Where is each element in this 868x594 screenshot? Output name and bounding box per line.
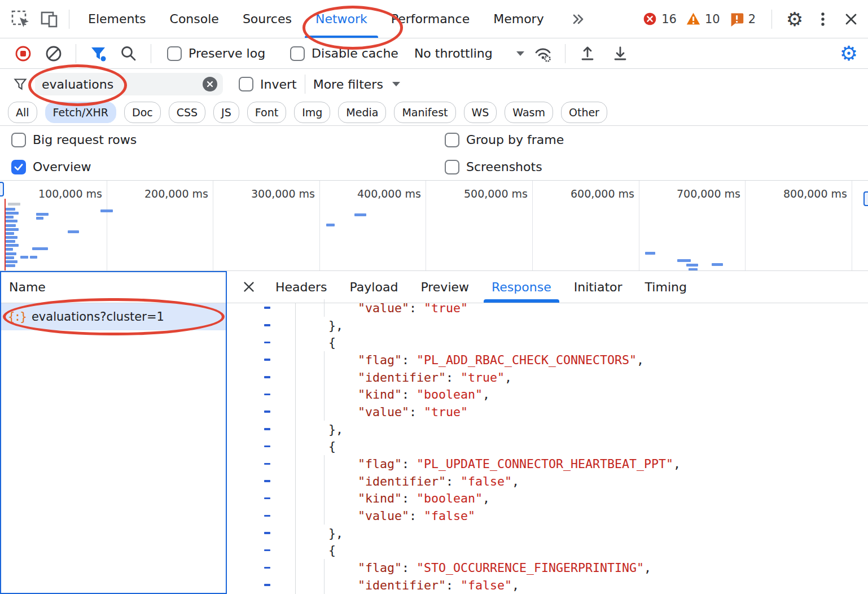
fold-marker[interactable] [264, 463, 270, 465]
group-by-frame-checkbox[interactable]: Group by frame [445, 133, 564, 147]
timeline-request-bar [6, 224, 16, 227]
type-filter-doc[interactable]: Doc [124, 102, 161, 123]
fold-marker[interactable] [264, 446, 270, 448]
timeline-request-bar [36, 217, 43, 220]
type-filter-all[interactable]: All [8, 102, 37, 123]
warning-count[interactable]: 10 [686, 11, 720, 27]
fold-marker[interactable] [264, 480, 270, 482]
overview-checkbox[interactable]: Overview [11, 160, 91, 174]
screenshots-checkbox[interactable]: Screenshots [445, 160, 542, 174]
search-icon[interactable] [113, 40, 144, 67]
network-settings-icon[interactable]: ⚙ [836, 41, 861, 66]
detail-tab-timing[interactable]: Timing [634, 271, 698, 303]
name-column-header[interactable]: Name [0, 271, 227, 303]
response-line: }, [227, 525, 868, 542]
fold-marker[interactable] [264, 376, 270, 378]
more-tabs-icon[interactable] [559, 0, 598, 38]
settings-icon[interactable]: ⚙ [782, 7, 807, 32]
network-toolbar: Preserve log Disable cache No throttling… [0, 38, 868, 69]
fold-marker[interactable] [264, 324, 270, 326]
detail-tab-payload[interactable]: Payload [339, 271, 410, 303]
response-line: { [227, 438, 868, 456]
fold-marker[interactable] [264, 342, 270, 344]
invert-checkbox[interactable]: Invert [239, 77, 297, 91]
fold-marker[interactable] [264, 532, 270, 534]
clear-filter-icon[interactable] [203, 77, 217, 91]
timeline-request-bar [6, 240, 15, 243]
close-detail-icon[interactable] [238, 274, 260, 299]
type-filter-fetchxhr[interactable]: Fetch/XHR [45, 102, 116, 123]
overview-right-handle[interactable] [863, 191, 868, 206]
clear-network-log-icon[interactable] [38, 40, 69, 67]
filter-input-value: evaluations [42, 77, 203, 91]
response-line: "kind": "boolean", [227, 490, 868, 508]
timeline-tick-label: 800,000 ms [739, 187, 847, 200]
more-filters-dropdown[interactable]: More filters [313, 77, 400, 91]
timeline-request-bar [6, 256, 14, 259]
filter-icon[interactable] [83, 40, 113, 67]
timeline-request-bar [677, 259, 691, 262]
fold-marker[interactable] [264, 410, 270, 413]
throttling-select[interactable]: No throttling [414, 46, 524, 60]
more-options-icon[interactable] [810, 7, 835, 32]
inspect-element-icon[interactable] [8, 7, 33, 32]
network-overview-timeline[interactable]: 100,000 ms200,000 ms300,000 ms400,000 ms… [0, 181, 868, 271]
response-line: "value": "true" [227, 299, 868, 317]
error-count[interactable]: 16 [642, 11, 677, 27]
response-line: "value": "true" [227, 403, 868, 421]
fold-marker[interactable] [264, 515, 270, 517]
tab-network[interactable]: Network [304, 0, 379, 38]
timeline-request-bar [712, 263, 723, 266]
timeline-tick-label: 700,000 ms [632, 187, 740, 200]
import-har-icon[interactable] [572, 40, 603, 67]
tab-console[interactable]: Console [158, 0, 231, 38]
fold-marker[interactable] [264, 394, 270, 396]
timeline-request-bar [30, 256, 37, 259]
type-filter-font[interactable]: Font [247, 102, 286, 123]
request-detail-panel: HeadersPayloadPreviewResponseInitiatorTi… [227, 271, 868, 594]
timeline-request-bar [6, 216, 14, 219]
type-filter-js[interactable]: JS [213, 102, 239, 123]
type-filter-css[interactable]: CSS [169, 102, 205, 123]
type-filter-other[interactable]: Other [561, 102, 607, 123]
type-filter-ws[interactable]: WS [464, 102, 497, 123]
network-conditions-icon[interactable] [528, 40, 558, 67]
detail-tab-initiator[interactable]: Initiator [563, 271, 634, 303]
response-line: { [227, 334, 868, 351]
fold-marker[interactable] [264, 359, 270, 361]
response-line: "identifier": "false", [227, 576, 868, 594]
type-filter-img[interactable]: Img [294, 102, 330, 123]
type-filter-manifest[interactable]: Manifest [394, 102, 455, 123]
close-devtools-icon[interactable] [839, 7, 863, 32]
timeline-gridline [852, 181, 852, 270]
preserve-log-checkbox[interactable]: Preserve log [167, 46, 265, 61]
tab-elements[interactable]: Elements [76, 0, 158, 38]
filter-input[interactable]: evaluations [35, 73, 223, 95]
disable-cache-checkbox[interactable]: Disable cache [290, 46, 398, 61]
issues-count[interactable]: 2 [729, 11, 756, 27]
fold-marker[interactable] [264, 307, 270, 309]
fold-marker[interactable] [264, 428, 270, 430]
fold-marker[interactable] [264, 497, 270, 500]
type-filter-media[interactable]: Media [338, 102, 386, 123]
issues-icon [729, 11, 744, 27]
timeline-request-bar [6, 236, 17, 239]
export-har-icon[interactable] [605, 40, 635, 67]
overview-label: Overview [33, 160, 91, 174]
fold-marker[interactable] [264, 549, 270, 552]
detail-tab-response[interactable]: Response [480, 271, 563, 303]
tab-memory[interactable]: Memory [481, 0, 555, 38]
response-line: "kind": "boolean", [227, 386, 868, 403]
device-toolbar-icon[interactable] [37, 7, 62, 32]
detail-tab-preview[interactable]: Preview [409, 271, 480, 303]
tab-performance[interactable]: Performance [379, 0, 481, 38]
fold-marker[interactable] [264, 567, 270, 569]
record-network-log-icon[interactable] [8, 40, 38, 67]
request-row[interactable]: {:} evaluations?cluster=1 [0, 303, 227, 330]
fold-marker[interactable] [264, 584, 270, 586]
big-request-rows-checkbox[interactable]: Big request rows [11, 133, 137, 147]
tab-sources[interactable]: Sources [231, 0, 304, 38]
type-filter-wasm[interactable]: Wasm [505, 102, 553, 123]
detail-tab-headers[interactable]: Headers [264, 271, 339, 303]
chevron-down-icon [392, 82, 400, 86]
